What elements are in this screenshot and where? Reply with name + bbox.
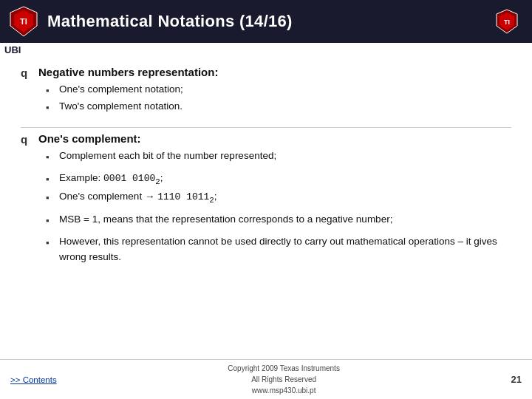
section2-bullet: q xyxy=(21,133,33,146)
list-item: ▪ One's complement → 1110 10112; xyxy=(46,189,511,206)
section1-items: ▪ One's complement notation; ▪ Two's com… xyxy=(46,82,511,115)
section2-items: ▪ Complement each bit of the number repr… xyxy=(46,149,511,265)
gap xyxy=(46,229,511,233)
ti-logo-right: TI xyxy=(494,8,520,35)
mono-text: 0001 01002 xyxy=(103,173,160,184)
list-item: ▪ However, this representation cannot be… xyxy=(46,234,511,265)
gap xyxy=(46,207,511,211)
list-item: ▪ One's complement notation; xyxy=(46,82,511,98)
gap xyxy=(46,166,511,170)
bullet-icon: ▪ xyxy=(46,100,55,115)
list-item: ▪ Example: 0001 01002; xyxy=(46,171,511,188)
copyright-line1: Copyright 2009 Texas Instruments xyxy=(228,363,340,374)
copyright-line3: www.msp430.ubi.pt xyxy=(228,385,340,396)
bullet-icon: ▪ xyxy=(46,172,55,187)
bullet-icon: ▪ xyxy=(46,214,55,228)
ubi-text: UBI xyxy=(4,44,21,55)
section2-header: q One's complement: xyxy=(21,132,511,146)
content: q Negative numbers representation: ▪ One… xyxy=(0,57,532,359)
section-negative-numbers: q Negative numbers representation: ▪ One… xyxy=(21,66,511,115)
slide: TI Mathematical Notations (14/16) TI UBI… xyxy=(0,0,532,399)
item-text: However, this representation cannot be u… xyxy=(59,234,511,265)
item-text: MSB = 1, means that the representation c… xyxy=(59,212,392,228)
header-left: TI Mathematical Notations (14/16) xyxy=(7,5,293,38)
item-text: Complement each bit of the number repres… xyxy=(59,149,276,164)
header-title: Mathematical Notations (14/16) xyxy=(47,12,293,31)
list-item: ▪ Two's complement notation. xyxy=(46,99,511,115)
item-text: Example: 0001 01002; xyxy=(59,171,163,188)
list-item: ▪ Complement each bit of the number repr… xyxy=(46,149,511,165)
svg-text:TI: TI xyxy=(504,18,510,26)
section2-title: One's complement: xyxy=(38,132,141,145)
section1-bullet: q xyxy=(21,66,33,79)
list-item: ▪ MSB = 1, means that the representation… xyxy=(46,212,511,228)
section1-title: Negative numbers representation: xyxy=(38,66,218,78)
divider xyxy=(21,127,511,128)
bullet-icon: ▪ xyxy=(46,236,55,250)
copyright-line2: All Rights Reserved xyxy=(228,374,340,385)
section1-header: q Negative numbers representation: xyxy=(21,66,511,79)
bullet-icon: ▪ xyxy=(46,150,55,165)
item-text: One's complement → 1110 10112; xyxy=(59,189,217,206)
ti-logo-left: TI xyxy=(7,5,40,38)
svg-text:TI: TI xyxy=(20,17,27,26)
ubi-label: UBI xyxy=(0,43,532,57)
footer: >> Contents Copyright 2009 Texas Instrum… xyxy=(0,359,532,399)
item-text: One's complement notation; xyxy=(59,82,183,98)
bullet-icon: ▪ xyxy=(46,191,55,205)
header: TI Mathematical Notations (14/16) TI xyxy=(0,0,532,43)
section-ones-complement: q One's complement: ▪ Complement each bi… xyxy=(21,132,511,265)
mono-text: 1110 10112 xyxy=(157,191,214,202)
footer-copyright: Copyright 2009 Texas Instruments All Rig… xyxy=(228,363,340,396)
contents-link[interactable]: >> Contents xyxy=(10,375,57,384)
bullet-icon: ▪ xyxy=(46,83,55,98)
item-text: Two's complement notation. xyxy=(59,99,183,115)
page-number: 21 xyxy=(511,374,522,385)
